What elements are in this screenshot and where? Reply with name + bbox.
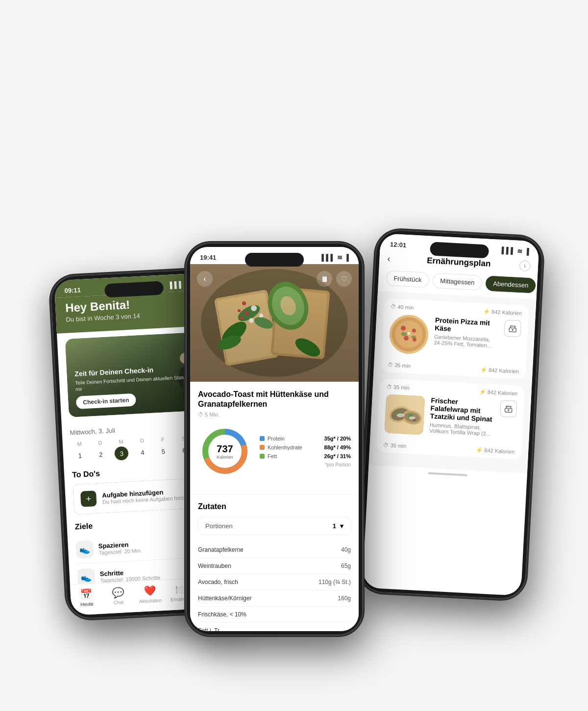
ing-pomegranate: Granatapfelkerne 40g <box>198 542 351 558</box>
fat-label: Fett <box>268 453 321 459</box>
recipe-calendar-icon[interactable]: 📋 <box>317 271 332 287</box>
phone3-screen: 12:01 ▌▌▌ ≋ ▐ ‹ Ernährungsplan i Frühstü… <box>362 233 539 596</box>
donut-center: 737 Kalorien <box>198 424 252 478</box>
falafel-image <box>384 394 425 435</box>
add-task-icon[interactable]: + <box>80 490 97 507</box>
carbs-dot <box>260 445 265 450</box>
tab-abendessen[interactable]: Abendessen <box>485 275 536 293</box>
phone-center: 19:41 ▌▌▌ ≋ ▐ <box>186 243 363 635</box>
day-tue[interactable]: D 2 <box>91 439 110 462</box>
falafel-content: Frischer Falafelwrap mit Tzatziki und Sp… <box>377 393 524 445</box>
basket-add-icon <box>508 323 517 333</box>
pizza-add-button[interactable] <box>504 319 521 337</box>
donut-chart: 737 Kalorien <box>198 424 252 478</box>
heute-icon: 📅 <box>80 588 93 600</box>
phone2-status-icons: ▌▌▌ ≋ ▐ <box>321 254 349 261</box>
battery-icon3: ▐ <box>524 247 529 255</box>
walking-icon: 👟 <box>75 540 94 559</box>
recipe-time: ⏱ 5 Min. <box>198 412 351 417</box>
ingredients-table: Granatapfelkerne 40g Weintrauben 65g Avo… <box>198 542 351 631</box>
calories-label: Kalorien <box>217 455 233 460</box>
phone1-time: 09:11 <box>64 286 81 294</box>
carbs-label: Kohlenhydrate <box>268 444 321 450</box>
aktivitaeten-icon: ❤️ <box>144 584 156 596</box>
pizza-name: Protein Pizza mit Käse <box>435 316 499 337</box>
phone3-time: 12:01 <box>390 241 407 249</box>
phone1-notch <box>104 281 164 297</box>
protein-dot <box>260 436 265 441</box>
phone3-notch <box>430 242 489 258</box>
pizza-time: ⏱ 40 min <box>391 303 414 311</box>
protein-value: 35g* / 20% <box>324 436 351 441</box>
day-wed[interactable]: M 3 <box>112 438 131 461</box>
fat-value: 26g* / 31% <box>324 453 351 459</box>
pizza-text: Protein Pizza mit Käse Geriebener Mozzar… <box>434 316 499 349</box>
portions-label: Portionen <box>205 522 233 530</box>
plan-body: ⏱ 40 min ⚡ 842 Kalorien <box>368 291 536 473</box>
portions-control[interactable]: 1 ▾ <box>333 522 343 530</box>
ingredients-title: Zutaten <box>198 502 351 511</box>
phone3-right-button <box>539 311 542 341</box>
home-indicator-bar <box>428 472 467 476</box>
plan-back-button[interactable]: ‹ <box>387 253 391 264</box>
day-mon[interactable]: M 1 <box>71 440 90 463</box>
nav-aktivitaeten[interactable]: ❤️ Aktivitäten <box>134 584 167 604</box>
calories-value: 737 <box>217 443 233 455</box>
meal-card-pizza[interactable]: ⏱ 40 min ⚡ 842 Kalorien <box>380 298 529 379</box>
ing-avocado: Avocado, frisch 110g (¾ St.) <box>198 574 351 590</box>
meal-card-falafel[interactable]: ⏱ 35 min ⚡ 842 Kalorien <box>376 378 525 459</box>
falafel-calories-top: ⚡ 842 Kalorien <box>479 388 517 396</box>
pizza-svg <box>388 314 429 355</box>
chat-icon: 💬 <box>112 586 124 598</box>
checkin-button[interactable]: Check-in starten <box>76 393 136 409</box>
recipe-title: Avocado-Toast mit Hüttenkäse und Granata… <box>198 390 351 410</box>
day-thu[interactable]: D 4 <box>133 437 152 460</box>
pizza-time2: ⏱ 35 min <box>388 362 411 369</box>
day-fri[interactable]: F 5 <box>154 436 173 458</box>
recipe-hero: ‹ 📋 ♡ <box>190 264 359 382</box>
signal-icon2: ▌▌▌ <box>321 254 335 261</box>
portions-row[interactable]: Portionen 1 ▾ <box>198 517 351 535</box>
pizza-calories2: ⚡ 842 Kalorien <box>480 367 519 375</box>
recipe-body: Avocado-Toast mit Hüttenkäse und Granata… <box>190 382 359 494</box>
wifi-icon2: ≋ <box>337 254 343 261</box>
pizza-image <box>388 314 429 355</box>
protein-label: Protein <box>268 436 321 441</box>
falafel-time2: ⏱ 35 min <box>383 441 407 449</box>
portions-value: 1 <box>333 522 336 530</box>
phone2-screen: 19:41 ▌▌▌ ≋ ▐ <box>190 247 359 631</box>
signal-icon: ▌▌▌ <box>170 281 183 289</box>
meal-tabs: Frühstück Mittagessen Abendessen <box>386 270 530 293</box>
ing-cream-cheese: Frischkäse, < 10% <box>198 607 351 623</box>
pizza-calories-top: ⚡ 842 Kalorien <box>483 308 522 317</box>
checkin-text: Zeit für Deinen Check-in Teile Deinen Fo… <box>74 363 204 409</box>
legend-carbs: Kohlenhydrate 88g* / 49% <box>260 444 351 450</box>
nutrition-section: 737 Kalorien Protein 35g* / 20% <box>198 424 351 478</box>
portions-dropdown-icon[interactable]: ▾ <box>340 522 343 530</box>
portion-note: *pro Portion <box>260 462 351 467</box>
ingredients-container: Zutaten Portionen 1 ▾ Granatapfelkerne 4… <box>190 494 359 631</box>
ing-cottage-cheese: Hüttenkäse/Körniger 160g <box>198 590 351 607</box>
ing-fat: Fett i. Tr. <box>198 623 351 631</box>
wifi-icon3: ≋ <box>517 247 523 255</box>
plan-info-button[interactable]: i <box>519 260 531 271</box>
tab-fruehstueck[interactable]: Frühstück <box>386 270 430 288</box>
nav-chat[interactable]: 💬 Chat <box>102 586 135 606</box>
chat-label: Chat <box>113 599 124 605</box>
falafel-add-button[interactable] <box>500 400 517 417</box>
hero-back-button[interactable]: ‹ <box>197 271 213 287</box>
fat-dot <box>260 454 265 459</box>
legend-fat: Fett 26g* / 31% <box>260 453 351 459</box>
battery-icon2: ▐ <box>344 254 349 261</box>
recipe-heart-icon[interactable]: ♡ <box>336 271 352 287</box>
nav-heute[interactable]: 📅 Heute <box>70 587 103 607</box>
signal-icon3: ▌▌▌ <box>501 246 515 254</box>
falafel-time: ⏱ 35 min <box>386 384 410 391</box>
phone-right: 12:01 ▌▌▌ ≋ ▐ ‹ Ernährungsplan i Frühstü… <box>358 229 543 600</box>
phones-container: 09:11 ▌▌▌ LTE ▐ Hey Benita! Du bist in W… <box>49 37 539 674</box>
phone3-status-icons: ▌▌▌ ≋ ▐ <box>501 246 529 255</box>
falafel-text: Frischer Falafelwrap mit Tzatziki und Sp… <box>429 396 495 437</box>
falafel-name: Frischer Falafelwrap mit Tzatziki und Sp… <box>430 396 495 425</box>
tab-mittagessen[interactable]: Mittagessen <box>433 272 483 290</box>
basket-add-icon2 <box>504 404 513 413</box>
